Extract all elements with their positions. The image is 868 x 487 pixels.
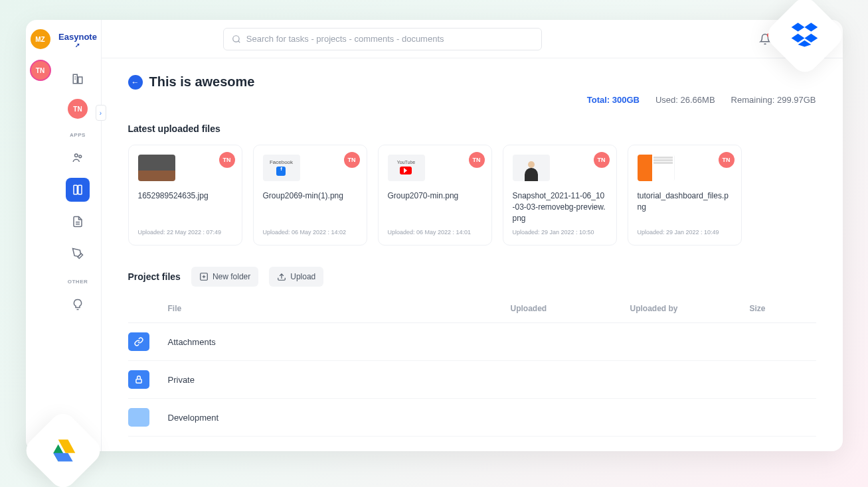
file-name: 1652989524635.jpg (138, 190, 232, 224)
uploader-badge: TN (719, 152, 735, 168)
new-folder-button[interactable]: New folder (191, 267, 258, 287)
file-card[interactable]: TN tutorial_dashboard_files.png Uploaded… (628, 145, 742, 245)
file-thumbnail (638, 155, 675, 181)
file-thumbnail: Facebookf (263, 155, 300, 181)
col-file: File (168, 304, 511, 313)
uploader-badge: TN (469, 152, 485, 168)
logo-text: Easynote (58, 32, 97, 42)
svg-point-10 (233, 35, 239, 41)
file-table: File Uploaded Uploaded by Size Attachmen… (128, 299, 816, 437)
new-folder-label: New folder (213, 272, 250, 281)
file-cards-row: TN 1652989524635.jpg Uploaded: 22 May 20… (128, 145, 816, 245)
svg-rect-16 (135, 380, 141, 383)
nav-files-icon[interactable] (66, 178, 90, 202)
workspace-avatar-mz[interactable]: MZ (31, 29, 50, 49)
svg-rect-6 (74, 185, 77, 194)
file-card[interactable]: TN Facebookf Group2069-min(1).png Upload… (253, 145, 367, 245)
folder-icon (128, 370, 149, 389)
table-row[interactable]: Private (128, 361, 816, 399)
search-input[interactable]: Search for tasks - projects - comments -… (223, 28, 542, 50)
svg-point-4 (75, 154, 78, 157)
app-window: MZ TN Easynote ➚ TN › APPS OTHER (26, 20, 843, 451)
file-thumbnail (513, 155, 550, 181)
workspace-avatar-tn[interactable]: TN (30, 60, 51, 81)
folder-name: Attachments (168, 337, 511, 347)
nav-bulb-icon[interactable] (66, 293, 90, 316)
file-name: Snapshot_2021-11-06_10-03-03-removebg-pr… (513, 190, 607, 224)
file-name: tutorial_dashboard_files.png (638, 190, 732, 224)
storage-info: Total: 300GB Used: 26.66MB Remaining: 29… (128, 95, 816, 105)
new-folder-icon (199, 272, 209, 281)
file-card[interactable]: TN Snapshot_2021-11-06_10-03-03-removebg… (503, 145, 617, 245)
upload-button[interactable]: Upload (269, 267, 323, 287)
folder-name: Private (168, 375, 511, 385)
upload-label: Upload (290, 272, 315, 281)
nav-apps-label: APPS (70, 132, 86, 138)
nav-sidebar: Easynote ➚ TN › APPS OTHER (55, 20, 102, 451)
expand-sidebar-button[interactable]: › (96, 105, 106, 121)
search-placeholder: Search for tasks - projects - comments -… (246, 34, 444, 44)
mini-sidebar: MZ TN (26, 20, 55, 451)
logo[interactable]: Easynote ➚ (58, 32, 97, 48)
svg-line-11 (238, 40, 240, 42)
upload-icon (277, 272, 286, 281)
file-name: Group2069-min(1).png (263, 190, 357, 224)
file-uploaded-date: Uploaded: 29 Jan 2022 : 10:50 (513, 229, 607, 236)
file-card[interactable]: TN 1652989524635.jpg Uploaded: 22 May 20… (128, 145, 242, 245)
file-uploaded-date: Uploaded: 22 May 2022 : 07:49 (138, 229, 232, 236)
nav-pen-icon[interactable] (66, 242, 90, 265)
file-thumbnail (138, 155, 175, 181)
folder-icon (128, 332, 149, 351)
file-name: Group2070-min.png (388, 190, 482, 224)
main-content: Search for tasks - projects - comments -… (102, 20, 843, 451)
nav-other-label: OTHER (68, 279, 88, 285)
nav-people-icon[interactable] (66, 146, 90, 170)
uploader-badge: TN (594, 152, 610, 168)
svg-point-5 (79, 155, 82, 158)
nav-user-avatar[interactable]: TN (68, 99, 88, 119)
project-files-title: Project files (128, 271, 181, 282)
logo-arrow-icon: ➚ (58, 42, 97, 48)
file-uploaded-date: Uploaded: 06 May 2022 : 14:01 (388, 229, 482, 236)
col-uploaded: Uploaded (511, 304, 630, 313)
svg-rect-7 (78, 185, 82, 194)
project-files-header: Project files New folder Upload (128, 267, 816, 287)
table-row[interactable]: Attachments (128, 323, 816, 361)
folder-icon (128, 408, 149, 427)
uploader-badge: TN (344, 152, 360, 168)
folder-name: Development (168, 413, 511, 423)
google-drive-icon (48, 436, 78, 465)
svg-rect-1 (78, 77, 82, 84)
storage-total: Total: 300GB (587, 95, 640, 105)
col-uploaded-by: Uploaded by (630, 304, 750, 313)
storage-remaining: Remaining: 299.97GB (731, 95, 816, 105)
dropbox-icon (790, 21, 820, 50)
back-button[interactable]: ← (128, 75, 143, 90)
table-header: File Uploaded Uploaded by Size (128, 299, 816, 323)
top-bar: Search for tasks - projects - comments -… (102, 20, 843, 58)
table-row[interactable]: Development (128, 399, 816, 437)
page-title: This is awesome (149, 74, 255, 90)
latest-files-title: Latest uploaded files (128, 123, 816, 134)
nav-document-icon[interactable] (66, 210, 90, 234)
file-uploaded-date: Uploaded: 06 May 2022 : 14:02 (263, 229, 357, 236)
file-uploaded-date: Uploaded: 29 Jan 2022 : 10:49 (638, 229, 732, 236)
col-size: Size (750, 304, 816, 313)
search-icon (232, 35, 241, 44)
page-header: ← This is awesome (128, 74, 816, 90)
content-area: ← This is awesome Total: 300GB Used: 26.… (102, 58, 843, 451)
file-card[interactable]: TN YouTube Group2070-min.png Uploaded: 0… (378, 145, 492, 245)
file-thumbnail: YouTube (388, 155, 425, 181)
storage-used: Used: 26.66MB (655, 95, 715, 105)
nav-building-icon[interactable] (66, 67, 90, 91)
uploader-badge: TN (219, 152, 235, 168)
